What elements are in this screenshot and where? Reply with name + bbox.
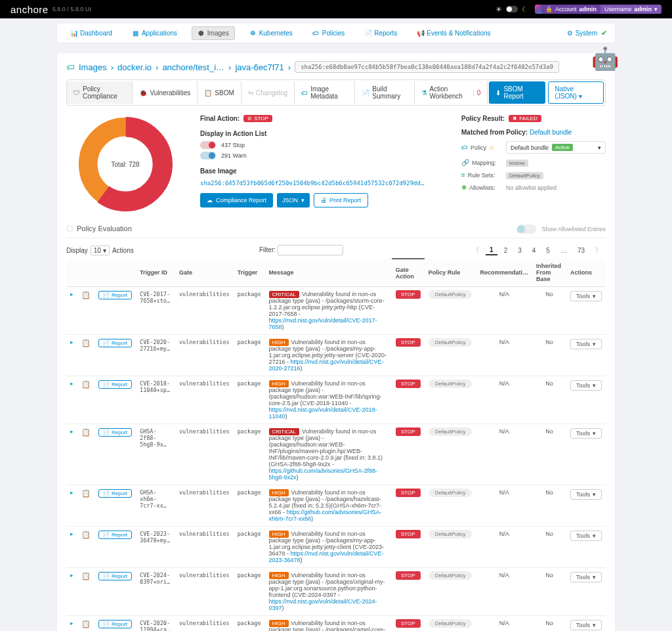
tools-dropdown[interactable]: Tools ▾ — [570, 620, 602, 630]
pager-page[interactable]: 3 — [514, 246, 526, 255]
nav-events[interactable]: 📢Events & Notifications — [411, 26, 495, 40]
cve-link[interactable]: https://nvd.nist.gov/vuln/detail/CVE-202… — [269, 550, 384, 563]
account-menu[interactable]: 🔒Account admin Username admin ▾ — [535, 5, 662, 14]
pager-page[interactable]: 1 — [486, 246, 497, 255]
pager-page[interactable]: 5 — [542, 246, 554, 255]
compliance-report-button[interactable]: ☁Compliance Report — [200, 193, 273, 207]
allowlisted-toggle[interactable] — [516, 225, 536, 234]
cell-recommendation: N/A — [476, 287, 532, 335]
chevron-right-icon: › — [288, 62, 291, 72]
chevron-down-icon: ▾ — [103, 247, 106, 254]
copy-icon[interactable]: 📋 — [81, 380, 91, 388]
tools-dropdown[interactable]: Tools ▾ — [570, 339, 602, 349]
nav-policies[interactable]: 🏷Policies — [307, 26, 350, 40]
table-row: ▸📋📄ReportCVE-2023-36478+my…vulnerabiliti… — [66, 527, 606, 568]
row-report-button[interactable]: 📄Report — [98, 572, 132, 580]
copy-icon[interactable]: 📋 — [81, 531, 91, 538]
nav-reports[interactable]: 📄Reports — [359, 26, 402, 40]
tools-dropdown[interactable]: Tools ▾ — [570, 291, 602, 301]
nav-images[interactable]: ⬢Images — [192, 26, 235, 40]
row-report-button[interactable]: 📄Report — [98, 489, 132, 498]
nav-system[interactable]: ⚙System — [567, 30, 597, 37]
theme-toggle[interactable] — [506, 6, 518, 12]
tab-action-workbench[interactable]: ⚗Action Workbench|0 — [415, 81, 488, 104]
col-message[interactable]: Message — [265, 259, 392, 287]
cell-inherited: No — [532, 287, 566, 335]
tools-dropdown[interactable]: Tools ▾ — [570, 428, 602, 439]
account-label: Account — [555, 6, 577, 12]
col-gate-action[interactable]: Gate Action — [392, 259, 425, 287]
crumb-repo[interactable]: anchore/test_i… — [162, 62, 224, 72]
tab-policy-compliance[interactable]: 🛡Policy Compliance — [67, 81, 133, 104]
page-size-select[interactable]: 10▾ — [91, 246, 110, 255]
toggle-stop[interactable] — [200, 141, 216, 149]
crumb-images[interactable]: Images — [79, 62, 107, 72]
gauge-icon: 📊 — [70, 30, 77, 37]
tab-build-summary[interactable]: 📄Build Summary — [355, 81, 414, 104]
col-policy-rule[interactable]: Policy Rule — [425, 259, 476, 287]
col-inherited[interactable]: Inherited From Base — [532, 259, 566, 287]
base-image-link[interactable]: sha256:6457d53fb065d6f250e1504b9bc42d5b6… — [200, 180, 424, 186]
native-json-dropdown[interactable]: Native (JSON) ▾ — [548, 81, 604, 104]
row-report-button[interactable]: 📄Report — [98, 620, 132, 628]
expand-icon[interactable]: ▸ — [70, 620, 74, 626]
expand-icon[interactable]: ▸ — [70, 572, 74, 578]
crumb-registry[interactable]: docker.io — [117, 62, 152, 72]
row-report-button[interactable]: 📄Report — [98, 428, 132, 437]
copy-icon[interactable]: 📋 — [81, 620, 91, 628]
tab-metadata[interactable]: 🏷Image Metadata — [295, 81, 355, 104]
col-trigger-id[interactable]: Trigger ID — [136, 259, 175, 287]
nav-dashboard[interactable]: 📊Dashboard — [65, 26, 117, 40]
tab-vulnerabilities[interactable]: 🐞Vulnerabilities — [133, 81, 198, 104]
pager-page[interactable]: 〈 — [469, 245, 483, 255]
cve-link[interactable]: https://github.com/advisories/GHSA-xh6m-… — [269, 509, 382, 522]
row-report-button[interactable]: 📄Report — [98, 380, 132, 389]
tools-dropdown[interactable]: Tools ▾ — [570, 572, 602, 582]
copy-icon[interactable]: 📋 — [81, 489, 91, 497]
tools-dropdown[interactable]: Tools ▾ — [570, 489, 602, 500]
tools-dropdown[interactable]: Tools ▾ — [570, 380, 602, 391]
expand-icon[interactable]: ▸ — [70, 291, 74, 297]
cve-link[interactable]: https://nvd.nist.gov/vuln/detail/CVE-201… — [269, 406, 377, 420]
expand-icon[interactable]: ▸ — [70, 489, 74, 496]
print-report-button[interactable]: 🖨Print Report — [314, 193, 368, 207]
pager-page[interactable]: 2 — [500, 246, 512, 255]
copy-icon[interactable]: 📋 — [81, 339, 91, 347]
pager-page[interactable]: 4 — [528, 246, 540, 255]
cve-link[interactable]: https://nvd.nist.gov/vuln/detail/CVE-201… — [269, 317, 377, 330]
row-report-button[interactable]: 📄Report — [98, 291, 132, 299]
row-report-button[interactable]: 📄Report — [98, 531, 132, 539]
filter-input[interactable] — [278, 245, 343, 255]
cve-link[interactable]: https://nvd.nist.gov/vuln/detail/CVE-202… — [269, 359, 384, 372]
ruleset-value: DefaultPolicy — [506, 172, 543, 179]
tools-dropdown[interactable]: Tools ▾ — [570, 531, 602, 541]
copy-icon[interactable]: 📋 — [81, 572, 91, 580]
json-dropdown-button[interactable]: JSON ▾ — [277, 193, 310, 207]
cve-link[interactable]: https://github.com/advisories/GHSA-2f88-… — [269, 468, 378, 481]
matched-from-link[interactable]: Default bundle — [530, 129, 572, 136]
button-label: SBOM Report — [503, 85, 538, 100]
tab-sbom[interactable]: 📋SBOM — [198, 81, 241, 104]
row-report-button[interactable]: 📄Report — [98, 339, 132, 347]
toggle-warn[interactable] — [200, 152, 216, 160]
pager-page[interactable]: 73 — [574, 246, 589, 255]
expand-icon[interactable]: ▸ — [70, 339, 74, 345]
expand-icon[interactable]: ▸ — [70, 428, 74, 435]
cve-link[interactable]: https://nvd.nist.gov/vuln/detail/CVE-202… — [269, 598, 377, 611]
crumb-tag[interactable]: java-6ec7f71 — [235, 62, 284, 72]
gate-action-badge: STOP — [396, 489, 421, 497]
pager-page[interactable]: … — [556, 246, 571, 255]
theme-switcher[interactable]: ☀ ☾ — [495, 5, 528, 14]
pager-page[interactable]: 〉 — [591, 245, 606, 255]
policy-select[interactable]: Default bundleActive▾ — [506, 141, 606, 154]
expand-icon[interactable]: ▸ — [70, 380, 74, 387]
nav-applications[interactable]: ▦Applications — [127, 26, 182, 40]
col-recommendation[interactable]: Recommendati… — [476, 259, 532, 287]
col-gate[interactable]: Gate — [175, 259, 234, 287]
copy-icon[interactable]: 📋 — [81, 291, 91, 299]
sbom-report-button[interactable]: ⬇SBOM Report — [489, 81, 545, 104]
nav-kubernetes[interactable]: ☸Kubernetes — [244, 26, 298, 40]
copy-icon[interactable]: 📋 — [81, 428, 91, 436]
col-trigger[interactable]: Trigger — [234, 259, 265, 287]
expand-icon[interactable]: ▸ — [70, 531, 74, 537]
